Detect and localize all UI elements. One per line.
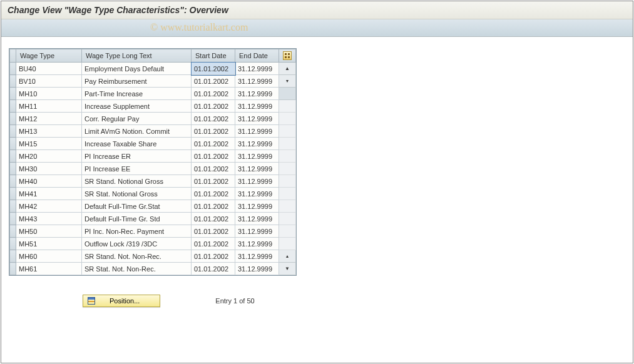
cell-start-date[interactable]: 01.01.2002 — [192, 138, 235, 150]
cell-end-date[interactable]: 31.12.9999 — [235, 113, 279, 125]
cell-end-date[interactable]: 31.12.9999 — [235, 225, 279, 238]
row-selector[interactable] — [10, 175, 16, 188]
row-selector[interactable] — [10, 263, 16, 275]
row-selector[interactable] — [10, 250, 16, 263]
row-selector[interactable] — [10, 63, 16, 75]
cell-wage-type[interactable]: MH51 — [16, 238, 82, 250]
table-config-button[interactable] — [279, 49, 296, 63]
cell-start-date[interactable]: 01.01.2002 — [192, 163, 235, 175]
table-row[interactable]: MH51Outflow Lock /319 /3DC01.01.200231.1… — [10, 238, 296, 250]
cell-end-date[interactable]: 31.12.9999 — [235, 213, 279, 225]
cell-wage-type[interactable]: MH10 — [16, 88, 82, 100]
row-selector[interactable] — [10, 200, 16, 213]
row-selector[interactable] — [10, 138, 16, 150]
scroll-thumb[interactable] — [279, 88, 296, 100]
table-row[interactable]: BV10Pay Reimbursement01.01.200231.12.999… — [10, 75, 296, 88]
table-row[interactable]: MH15Increase Taxable Share01.01.200231.1… — [10, 138, 296, 150]
cell-long-text[interactable]: SR Stat. Not. Non-Rec. — [82, 263, 192, 275]
cell-long-text[interactable]: Default Full-Time Gr. Std — [82, 213, 192, 225]
cell-long-text[interactable]: Outflow Lock /319 /3DC — [82, 238, 192, 250]
cell-wage-type[interactable]: MH41 — [16, 188, 82, 200]
table-row[interactable]: MH41SR Stat. Notional Gross01.01.200231.… — [10, 188, 296, 200]
cell-start-date[interactable]: 01.01.2002 — [192, 263, 235, 275]
cell-start-date[interactable]: 01.01.2002 — [192, 175, 235, 188]
cell-start-date[interactable]: 01.01.2002 — [192, 213, 235, 225]
cell-wage-type[interactable]: MH43 — [16, 213, 82, 225]
cell-start-date[interactable]: 01.01.2002 — [192, 100, 235, 113]
row-selector-header[interactable] — [10, 49, 16, 63]
table-row[interactable]: MH61SR Stat. Not. Non-Rec.01.01.200231.1… — [10, 263, 296, 275]
cell-start-date[interactable]: 01.01.2002 — [192, 238, 235, 250]
row-selector[interactable] — [10, 75, 16, 88]
cell-end-date[interactable]: 31.12.9999 — [235, 100, 279, 113]
column-header-long-text[interactable]: Wage Type Long Text — [82, 49, 192, 63]
column-header-wage-type[interactable]: Wage Type — [16, 49, 82, 63]
cell-start-date[interactable]: 01.01.2002 — [192, 125, 235, 138]
scroll-track[interactable] — [279, 225, 296, 238]
cell-long-text[interactable]: Employment Days Default — [82, 63, 192, 75]
scroll-page-up-button[interactable]: ▾ — [279, 75, 296, 88]
cell-long-text[interactable]: PI Increase EE — [82, 163, 192, 175]
cell-wage-type[interactable]: MH30 — [16, 163, 82, 175]
table-row[interactable]: MH13Limit AVmG Notion. Commit01.01.20023… — [10, 125, 296, 138]
cell-start-date[interactable]: 01.01.2002 — [192, 188, 235, 200]
table-row[interactable]: MH43Default Full-Time Gr. Std01.01.20023… — [10, 213, 296, 225]
row-selector[interactable] — [10, 88, 16, 100]
cell-start-date[interactable]: 01.01.2002 — [192, 250, 235, 263]
cell-end-date[interactable]: 31.12.9999 — [235, 200, 279, 213]
cell-long-text[interactable]: Limit AVmG Notion. Commit — [82, 125, 192, 138]
row-selector[interactable] — [10, 125, 16, 138]
row-selector[interactable] — [10, 150, 16, 163]
cell-end-date[interactable]: 31.12.9999 — [235, 88, 279, 100]
scroll-track[interactable] — [279, 100, 296, 113]
row-selector[interactable] — [10, 163, 16, 175]
table-row[interactable]: BU40Employment Days Default01.01.200231.… — [10, 63, 296, 75]
cell-long-text[interactable]: PI Increase ER — [82, 150, 192, 163]
cell-long-text[interactable]: SR Stand. Not. Non-Rec. — [82, 250, 192, 263]
table-row[interactable]: MH50PI Inc. Non-Rec. Payment01.01.200231… — [10, 225, 296, 238]
scroll-track[interactable] — [279, 125, 296, 138]
table-row[interactable]: MH11Increase Supplement01.01.200231.12.9… — [10, 100, 296, 113]
cell-end-date[interactable]: 31.12.9999 — [235, 250, 279, 263]
scroll-page-down-button[interactable]: ▴ — [279, 250, 296, 263]
scroll-track[interactable] — [279, 163, 296, 175]
scroll-track[interactable] — [279, 113, 296, 125]
row-selector[interactable] — [10, 225, 16, 238]
table-row[interactable]: MH12Corr. Regular Pay01.01.200231.12.999… — [10, 113, 296, 125]
cell-end-date[interactable]: 31.12.9999 — [235, 125, 279, 138]
cell-start-date[interactable]: 01.01.2002 — [192, 88, 235, 100]
cell-end-date[interactable]: 31.12.9999 — [235, 150, 279, 163]
table-row[interactable]: MH42Default Full-Time Gr.Stat01.01.20023… — [10, 200, 296, 213]
cell-long-text[interactable]: Increase Supplement — [82, 100, 192, 113]
cell-wage-type[interactable]: MH60 — [16, 250, 82, 263]
scroll-track[interactable] — [279, 175, 296, 188]
column-header-end-date[interactable]: End Date — [235, 49, 279, 63]
row-selector[interactable] — [10, 238, 16, 250]
scroll-up-button[interactable]: ▲ — [279, 63, 296, 75]
cell-end-date[interactable]: 31.12.9999 — [235, 75, 279, 88]
cell-start-date[interactable]: 01.01.2002 — [192, 225, 235, 238]
cell-long-text[interactable]: Pay Reimbursement — [82, 75, 192, 88]
cell-start-date[interactable]: 01.01.2002 — [192, 200, 235, 213]
column-header-start-date[interactable]: Start Date — [192, 49, 235, 63]
cell-end-date[interactable]: 31.12.9999 — [235, 238, 279, 250]
cell-wage-type[interactable]: BV10 — [16, 75, 82, 88]
cell-wage-type[interactable]: MH15 — [16, 138, 82, 150]
cell-end-date[interactable]: 31.12.9999 — [235, 63, 279, 75]
position-button[interactable]: Position... — [83, 295, 160, 307]
cell-start-date[interactable]: 01.01.2002 — [192, 75, 235, 88]
cell-wage-type[interactable]: MH11 — [16, 100, 82, 113]
cell-start-date[interactable]: 01.01.2002 — [192, 150, 235, 163]
cell-long-text[interactable]: PI Inc. Non-Rec. Payment — [82, 225, 192, 238]
row-selector[interactable] — [10, 213, 16, 225]
cell-end-date[interactable]: 31.12.9999 — [235, 188, 279, 200]
cell-start-date[interactable]: 01.01.2002 — [192, 113, 235, 125]
table-row[interactable]: MH10Part-Time Increase01.01.200231.12.99… — [10, 88, 296, 100]
cell-wage-type[interactable]: MH13 — [16, 125, 82, 138]
cell-long-text[interactable]: Default Full-Time Gr.Stat — [82, 200, 192, 213]
table-row[interactable]: MH40SR Stand. Notional Gross01.01.200231… — [10, 175, 296, 188]
scroll-track[interactable] — [279, 200, 296, 213]
cell-wage-type[interactable]: MH20 — [16, 150, 82, 163]
cell-end-date[interactable]: 31.12.9999 — [235, 138, 279, 150]
scroll-track[interactable] — [279, 238, 296, 250]
